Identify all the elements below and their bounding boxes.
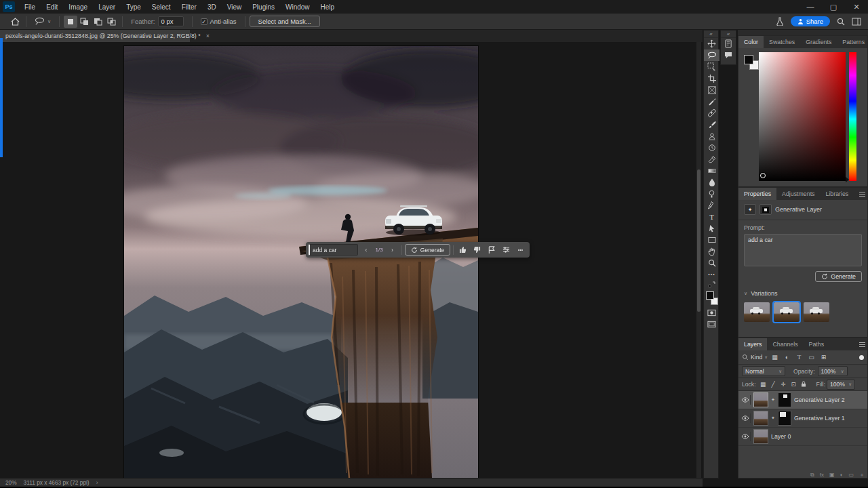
- link-layers-icon[interactable]: ⧉: [810, 472, 814, 479]
- comments-panel-icon[interactable]: [721, 49, 736, 61]
- tab-channels[interactable]: Channels: [767, 338, 803, 350]
- selection-add-icon[interactable]: [77, 16, 91, 28]
- new-layer-icon[interactable]: ＋: [859, 471, 865, 479]
- zoom-tool[interactable]: [704, 257, 719, 268]
- lock-transparency-icon[interactable]: ▦: [759, 381, 768, 388]
- color-picker-cursor[interactable]: [760, 173, 766, 178]
- filter-adjustment-layers-icon[interactable]: ◐: [782, 354, 792, 361]
- generate-button[interactable]: Generate: [405, 244, 450, 256]
- dodge-tool[interactable]: [704, 188, 719, 199]
- tab-close-icon[interactable]: ×: [206, 33, 210, 39]
- prompt-textarea[interactable]: add a car: [744, 234, 862, 266]
- gradient-tool[interactable]: [704, 165, 719, 176]
- settings-sliders-icon[interactable]: [500, 243, 513, 256]
- eraser-tool[interactable]: [704, 153, 719, 165]
- menu-window[interactable]: Window: [280, 0, 315, 14]
- lock-position-icon[interactable]: ✛: [779, 381, 788, 388]
- foreground-color-swatch[interactable]: [706, 291, 714, 300]
- layer-row-generative-layer-2[interactable]: ✦ Generative Layer 2: [738, 391, 867, 409]
- report-flag-icon[interactable]: [486, 243, 498, 256]
- healing-brush-tool[interactable]: [704, 107, 719, 119]
- lock-all-icon[interactable]: [800, 381, 808, 388]
- layer-thumbnail[interactable]: [753, 392, 768, 407]
- generative-prompt-input[interactable]: add a car: [309, 244, 358, 256]
- layer-name[interactable]: Generative Layer 2: [794, 396, 845, 403]
- clone-stamp-tool[interactable]: [704, 130, 719, 142]
- type-tool[interactable]: T: [704, 211, 719, 222]
- menu-select[interactable]: Select: [146, 0, 176, 14]
- lock-artboard-icon[interactable]: ⊡: [789, 381, 798, 388]
- frame-tool[interactable]: [704, 84, 719, 96]
- fill-select[interactable]: 100%∨: [827, 380, 855, 390]
- menu-view[interactable]: View: [222, 0, 248, 14]
- close-button[interactable]: ✕: [845, 0, 868, 14]
- add-mask-icon[interactable]: ▣: [829, 472, 835, 478]
- share-button[interactable]: Share: [791, 16, 830, 26]
- layer-mask-thumbnail[interactable]: [778, 392, 791, 407]
- anti-alias-toggle[interactable]: ✓ Anti-alias: [197, 18, 241, 25]
- move-tool[interactable]: [704, 38, 719, 49]
- more-options-icon[interactable]: •••: [514, 243, 527, 256]
- tab-gradients[interactable]: Gradients: [800, 36, 837, 48]
- opacity-select[interactable]: 100%∨: [818, 366, 848, 376]
- layer-thumbnail[interactable]: [753, 411, 768, 426]
- quick-mask-icon[interactable]: [704, 307, 719, 319]
- menu-edit[interactable]: Edit: [41, 0, 63, 14]
- rectangle-tool[interactable]: [704, 234, 719, 245]
- panel-menu-icon[interactable]: [856, 338, 867, 350]
- selection-new-icon[interactable]: [64, 16, 77, 28]
- foreground-background-swatches[interactable]: [704, 289, 719, 307]
- tab-patterns[interactable]: Patterns: [837, 36, 868, 48]
- layer-row-generative-layer-1[interactable]: ✦ Generative Layer 1: [738, 409, 867, 428]
- variation-thumbnail-1[interactable]: [744, 302, 770, 322]
- generate-button-properties[interactable]: Generate: [815, 271, 862, 282]
- document-canvas[interactable]: [124, 46, 478, 478]
- menu-filter[interactable]: Filter: [176, 0, 202, 14]
- tab-color[interactable]: Color: [738, 36, 764, 48]
- search-icon[interactable]: [837, 18, 845, 26]
- variation-thumbnail-2-selected[interactable]: [774, 302, 800, 322]
- crop-tool[interactable]: [704, 73, 719, 84]
- menu-3d[interactable]: 3D: [202, 0, 222, 14]
- minimize-button[interactable]: —: [799, 0, 822, 14]
- object-selection-tool[interactable]: [704, 61, 719, 73]
- menu-type[interactable]: Type: [121, 0, 146, 14]
- new-group-icon[interactable]: ▭: [848, 472, 854, 478]
- filter-smart-objects-icon[interactable]: ⊞: [818, 354, 829, 361]
- document-tab[interactable]: pexels-angelo-duranti-3512848.jpg @ 25% …: [0, 30, 190, 42]
- feather-input[interactable]: 0 px: [158, 16, 184, 26]
- filter-toggle-icon[interactable]: [859, 355, 864, 360]
- default-colors-icon[interactable]: [704, 280, 719, 289]
- menu-file[interactable]: File: [19, 0, 41, 14]
- select-and-mask-button[interactable]: Select and Mask...: [250, 16, 320, 27]
- blur-tool[interactable]: [704, 176, 719, 188]
- edit-toolbar-icon[interactable]: •••: [704, 268, 719, 280]
- zoom-level-field[interactable]: 20%: [5, 479, 17, 486]
- visibility-eye-icon[interactable]: [740, 432, 751, 441]
- menu-help[interactable]: Help: [315, 0, 340, 14]
- history-brush-tool[interactable]: [704, 142, 719, 153]
- thumbs-down-icon[interactable]: [471, 243, 484, 256]
- filter-pixel-layers-icon[interactable]: ▦: [770, 354, 780, 361]
- saturation-brightness-field[interactable]: [759, 52, 846, 181]
- screen-mode-icon[interactable]: [704, 319, 719, 330]
- variations-chevron-icon[interactable]: ∨: [744, 291, 747, 296]
- panel-menu-icon[interactable]: [856, 188, 867, 200]
- tab-properties[interactable]: Properties: [738, 188, 776, 200]
- lasso-tool[interactable]: [704, 49, 719, 61]
- hand-tool[interactable]: [704, 245, 719, 257]
- menu-layer[interactable]: Layer: [93, 0, 121, 14]
- color-swatch-pair[interactable]: [744, 55, 760, 71]
- visibility-eye-icon[interactable]: [740, 395, 751, 405]
- scrollbar-thumb[interactable]: [697, 169, 701, 312]
- blend-mode-select[interactable]: Normal∨: [742, 366, 785, 376]
- variation-thumbnail-3[interactable]: [804, 302, 829, 322]
- tool-preset-lasso[interactable]: ∨: [31, 17, 55, 26]
- selection-intersect-icon[interactable]: [104, 16, 118, 28]
- maximize-button[interactable]: ▢: [822, 0, 845, 14]
- tab-libraries[interactable]: Libraries: [821, 188, 854, 200]
- new-adjustment-icon[interactable]: ◐: [840, 472, 844, 478]
- menu-image[interactable]: Image: [63, 0, 93, 14]
- panel-strip-collapse-icon[interactable]: «: [721, 30, 736, 38]
- tab-adjustments[interactable]: Adjustments: [776, 188, 820, 200]
